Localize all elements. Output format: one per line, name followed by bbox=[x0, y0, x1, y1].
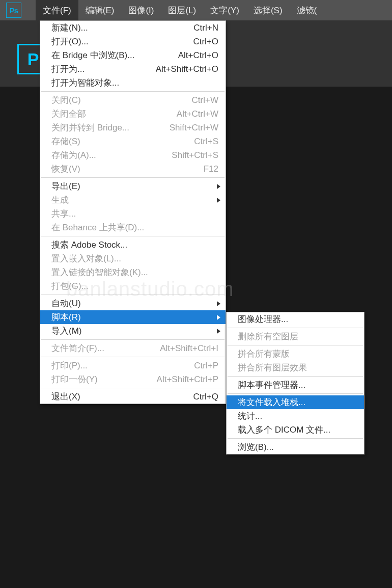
file-menu-item: 生成 bbox=[40, 193, 226, 207]
menu-label: 文件简介(F)... bbox=[51, 342, 104, 354]
file-menu-item[interactable]: 打开为...Alt+Shift+Ctrl+O bbox=[40, 62, 226, 76]
script-submenu-item[interactable]: 浏览(B)... bbox=[227, 440, 364, 454]
submenu-arrow-icon bbox=[217, 315, 220, 320]
menu-label: 恢复(V) bbox=[51, 163, 80, 175]
menu-shortcut: Ctrl+N bbox=[193, 23, 218, 33]
menu-shortcut: Ctrl+Q bbox=[193, 392, 218, 402]
menu-label: 共享... bbox=[51, 208, 76, 220]
file-menu-item[interactable]: 脚本(R) bbox=[40, 310, 226, 324]
menu-label: 浏览(B)... bbox=[238, 441, 274, 453]
menu-label: 删除所有空图层 bbox=[238, 331, 298, 342]
file-menu-item: 在 Behance 上共享(D)... bbox=[40, 221, 226, 234]
script-submenu-separator bbox=[228, 393, 363, 394]
script-submenu-separator bbox=[228, 376, 363, 377]
menu-label: 导出(E) bbox=[51, 180, 80, 192]
script-submenu-separator bbox=[228, 345, 363, 345]
file-menu-separator bbox=[41, 177, 225, 178]
menu-label: 打开为... bbox=[51, 63, 85, 75]
file-menu-item[interactable]: 打开为智能对象... bbox=[40, 76, 226, 90]
menu-shortcut: Ctrl+W bbox=[192, 95, 218, 105]
menu-label: 关闭并转到 Bridge... bbox=[51, 122, 129, 133]
menubar-item-1[interactable]: 编辑(E) bbox=[78, 0, 122, 20]
file-menu-item: 关闭(C)Ctrl+W bbox=[40, 93, 226, 107]
script-submenu-item[interactable]: 图像处理器... bbox=[227, 312, 364, 326]
menu-label: 置入嵌入对象(L)... bbox=[51, 253, 121, 264]
script-submenu-item[interactable]: 将文件载入堆栈... bbox=[227, 395, 364, 409]
menu-shortcut: Shift+Ctrl+S bbox=[172, 150, 218, 161]
menu-shortcut: Alt+Ctrl+W bbox=[177, 109, 218, 119]
menu-label: 置入链接的智能对象(K)... bbox=[51, 266, 148, 278]
file-menu-item: 共享... bbox=[40, 207, 226, 221]
file-menu-separator bbox=[41, 91, 225, 92]
menubar: Ps 文件(F)编辑(E)图像(I)图层(L)文字(Y)选择(S)滤镜( bbox=[0, 0, 392, 20]
file-menu-item[interactable]: 在 Bridge 中浏览(B)...Alt+Ctrl+O bbox=[40, 48, 226, 62]
menu-label: 在 Behance 上共享(D)... bbox=[51, 222, 144, 233]
file-menu-separator bbox=[41, 295, 225, 295]
file-menu-item: 打印(P)...Ctrl+P bbox=[40, 359, 226, 372]
menubar-item-2[interactable]: 图像(I) bbox=[121, 0, 161, 20]
file-menu-item: 存储(S)Ctrl+S bbox=[40, 135, 226, 148]
file-menu-item: 置入链接的智能对象(K)... bbox=[40, 265, 226, 279]
menu-shortcut: Shift+Ctrl+W bbox=[170, 123, 218, 133]
app-logo: Ps bbox=[6, 3, 21, 18]
submenu-arrow-icon bbox=[217, 301, 220, 306]
script-submenu-item: 拼合所有图层效果 bbox=[227, 361, 364, 375]
menu-label: 打开为智能对象... bbox=[51, 77, 119, 89]
menubar-item-6[interactable]: 滤镜( bbox=[290, 0, 324, 20]
file-menu-item[interactable]: 自动(U) bbox=[40, 297, 226, 310]
file-menu-item[interactable]: 导出(E) bbox=[40, 179, 226, 193]
file-menu-separator bbox=[41, 388, 225, 388]
menu-shortcut: Alt+Ctrl+O bbox=[178, 50, 218, 61]
menubar-item-5[interactable]: 选择(S) bbox=[246, 0, 290, 20]
menu-label: 生成 bbox=[51, 194, 69, 206]
menu-label: 新建(N)... bbox=[51, 22, 88, 34]
menu-label: 存储(S) bbox=[51, 136, 80, 147]
menu-label: 在 Bridge 中浏览(B)... bbox=[51, 49, 134, 61]
menu-label: 脚本事件管理器... bbox=[238, 379, 305, 391]
file-menu-item: 打印一份(Y)Alt+Shift+Ctrl+P bbox=[40, 372, 226, 386]
menu-label: 存储为(A)... bbox=[51, 149, 96, 161]
menu-shortcut: Alt+Shift+Ctrl+I bbox=[160, 343, 218, 354]
menu-label: 脚本(R) bbox=[51, 311, 81, 323]
menubar-item-3[interactable]: 图层(L) bbox=[161, 0, 203, 20]
menu-label: 关闭(C) bbox=[51, 94, 81, 106]
menu-label: 打包(G)... bbox=[51, 280, 89, 292]
script-submenu-item[interactable]: 脚本事件管理器... bbox=[227, 378, 364, 392]
file-menu-item: 关闭并转到 Bridge...Shift+Ctrl+W bbox=[40, 121, 226, 135]
menu-shortcut: F12 bbox=[204, 164, 218, 174]
submenu-arrow-icon bbox=[217, 329, 220, 334]
menu-shortcut: Alt+Shift+Ctrl+P bbox=[157, 375, 218, 385]
menu-label: 导入(M) bbox=[51, 325, 81, 337]
file-menu-item[interactable]: 搜索 Adobe Stock... bbox=[40, 238, 226, 252]
menu-label: 自动(U) bbox=[51, 298, 81, 309]
menubar-item-0[interactable]: 文件(F) bbox=[36, 0, 78, 20]
file-menu-item: 存储为(A)...Shift+Ctrl+S bbox=[40, 148, 226, 162]
menu-label: 拼合所有图层效果 bbox=[238, 362, 307, 373]
script-submenu-item: 删除所有空图层 bbox=[227, 330, 364, 343]
menubar-item-4[interactable]: 文字(Y) bbox=[203, 0, 246, 20]
script-submenu-separator bbox=[228, 438, 363, 439]
script-submenu-item: 拼合所有蒙版 bbox=[227, 347, 364, 361]
submenu-arrow-icon bbox=[217, 184, 220, 189]
menu-label: 将文件载入堆栈... bbox=[238, 396, 305, 408]
script-submenu: 图像处理器...删除所有空图层拼合所有蒙版拼合所有图层效果脚本事件管理器...将… bbox=[226, 312, 365, 455]
file-menu-separator bbox=[41, 236, 225, 236]
file-menu-item[interactable]: 退出(X)Ctrl+Q bbox=[40, 390, 226, 404]
file-menu-item[interactable]: 新建(N)...Ctrl+N bbox=[40, 21, 226, 35]
menu-label: 关闭全部 bbox=[51, 108, 86, 120]
menu-label: 搜索 Adobe Stock... bbox=[51, 239, 127, 251]
file-menu-item[interactable]: 导入(M) bbox=[40, 324, 226, 338]
file-menu-item: 关闭全部Alt+Ctrl+W bbox=[40, 107, 226, 121]
menu-shortcut: Ctrl+S bbox=[194, 137, 218, 147]
menu-shortcut: Ctrl+O bbox=[193, 37, 218, 47]
script-submenu-item[interactable]: 统计... bbox=[227, 409, 364, 423]
menu-label: 统计... bbox=[238, 410, 262, 422]
file-menu-item: 置入嵌入对象(L)... bbox=[40, 252, 226, 265]
script-submenu-item[interactable]: 载入多个 DICOM 文件... bbox=[227, 423, 364, 437]
file-menu-item: 恢复(V)F12 bbox=[40, 162, 226, 176]
file-menu-item[interactable]: 打开(O)...Ctrl+O bbox=[40, 35, 226, 48]
menu-label: 打印一份(Y) bbox=[51, 373, 98, 385]
menu-shortcut: Alt+Shift+Ctrl+O bbox=[156, 64, 218, 74]
menu-label: 打开(O)... bbox=[51, 36, 89, 47]
menu-label: 退出(X) bbox=[51, 391, 80, 403]
